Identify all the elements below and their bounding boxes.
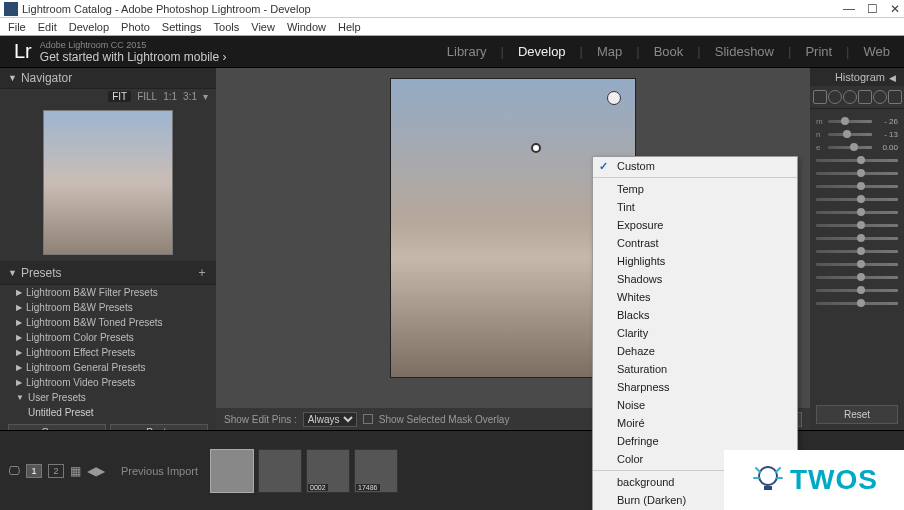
module-map[interactable]: Map [597, 44, 622, 59]
watermark-text: TWOS [790, 464, 878, 496]
preset-folder[interactable]: ▶Lightroom Effect Presets [0, 345, 216, 360]
menu-item[interactable]: Contrast [593, 234, 797, 252]
edit-pins-select[interactable]: Always [303, 412, 357, 427]
filmstrip-thumb[interactable]: 17486 [354, 449, 398, 493]
presets-header[interactable]: ▼ Presets ＋ [0, 261, 216, 285]
menu-item[interactable]: Whites [593, 288, 797, 306]
filmstrip-thumb[interactable]: 0002 [306, 449, 350, 493]
preset-folder[interactable]: ▶Lightroom B&W Presets [0, 300, 216, 315]
lightbulb-icon [750, 462, 786, 498]
paste-button[interactable]: Paste [110, 424, 208, 430]
add-preset-icon[interactable]: ＋ [196, 264, 208, 281]
menu-item[interactable]: Tint [593, 198, 797, 216]
slider[interactable] [816, 276, 898, 279]
module-print[interactable]: Print [805, 44, 832, 59]
preset-folder[interactable]: ▶Lightroom Video Presets [0, 375, 216, 390]
menu-item[interactable]: Highlights [593, 252, 797, 270]
filmstrip-thumb[interactable] [258, 449, 302, 493]
slider[interactable] [816, 237, 898, 240]
navigator-header[interactable]: ▼ Navigator [0, 68, 216, 89]
tint-value: - 13 [876, 130, 898, 139]
preset-folder-user[interactable]: ▼User Presets [0, 390, 216, 405]
copy-button[interactable]: Copy... [8, 424, 106, 430]
crop-tool-icon[interactable] [813, 90, 827, 104]
menu-file[interactable]: File [2, 21, 32, 33]
tint-slider[interactable] [828, 133, 872, 136]
nav-1to1[interactable]: 1:1 [163, 91, 177, 102]
redeye-tool-icon[interactable] [843, 90, 857, 104]
slider[interactable] [816, 198, 898, 201]
menu-item[interactable]: Temp [593, 180, 797, 198]
svg-point-0 [759, 467, 777, 485]
minimize-icon[interactable]: — [843, 2, 855, 16]
menu-item[interactable]: Shadows [593, 270, 797, 288]
slider[interactable] [816, 185, 898, 188]
menu-view[interactable]: View [245, 21, 281, 33]
menu-item[interactable]: Clarity [593, 324, 797, 342]
module-library[interactable]: Library [447, 44, 487, 59]
menu-item[interactable]: Sharpness [593, 378, 797, 396]
slider[interactable] [816, 289, 898, 292]
module-slideshow[interactable]: Slideshow [715, 44, 774, 59]
menu-develop[interactable]: Develop [63, 21, 115, 33]
nav-3to1[interactable]: 3:1 [183, 91, 197, 102]
preset-folder[interactable]: ▶Lightroom B&W Filter Presets [0, 285, 216, 300]
grad-tool-icon[interactable] [858, 90, 872, 104]
brush-tool-icon[interactable] [888, 90, 902, 104]
menu-item[interactable]: Blacks [593, 306, 797, 324]
temp-value: - 26 [876, 117, 898, 126]
second-monitor-icon[interactable]: 🖵 [8, 464, 20, 478]
radial-tool-icon[interactable] [873, 90, 887, 104]
preset-folder[interactable]: ▶Lightroom General Presets [0, 360, 216, 375]
navigator-preview[interactable] [43, 110, 173, 255]
menu-item[interactable]: Moiré [593, 414, 797, 432]
histogram-header[interactable]: Histogram◀ [810, 68, 904, 86]
menu-item[interactable]: Defringe [593, 432, 797, 450]
menu-item[interactable]: Saturation [593, 360, 797, 378]
grid-icon[interactable]: ▦ [70, 464, 81, 478]
module-develop[interactable]: Develop [518, 44, 566, 59]
slider[interactable] [816, 159, 898, 162]
menu-help[interactable]: Help [332, 21, 367, 33]
adjustment-pin-selected[interactable] [531, 143, 541, 153]
menu-item[interactable]: Dehaze [593, 342, 797, 360]
preset-folder[interactable]: ▶Lightroom Color Presets [0, 330, 216, 345]
menu-window[interactable]: Window [281, 21, 332, 33]
slider[interactable] [816, 211, 898, 214]
menu-item[interactable]: Exposure [593, 216, 797, 234]
exposure-slider[interactable] [828, 146, 872, 149]
preset-folder[interactable]: ▶Lightroom B&W Toned Presets [0, 315, 216, 330]
lr-logo: Lr [14, 40, 32, 63]
reset-button[interactable]: Reset [816, 405, 898, 424]
mask-overlay-checkbox[interactable] [363, 414, 373, 424]
nav-zoom-popup-icon[interactable]: ▾ [203, 91, 208, 102]
nav-fit[interactable]: FIT [108, 91, 131, 102]
menu-tools[interactable]: Tools [208, 21, 246, 33]
menu-item-custom[interactable]: Custom [593, 157, 797, 175]
close-icon[interactable]: ✕ [890, 2, 900, 16]
slider[interactable] [816, 224, 898, 227]
slider[interactable] [816, 302, 898, 305]
menu-settings[interactable]: Settings [156, 21, 208, 33]
preset-item[interactable]: Untitled Preset [0, 405, 216, 420]
menu-edit[interactable]: Edit [32, 21, 63, 33]
identity-tagline[interactable]: Get started with Lightroom mobile › [40, 50, 227, 64]
menu-photo[interactable]: Photo [115, 21, 156, 33]
temp-slider[interactable] [828, 120, 872, 123]
adjustment-pin[interactable] [607, 91, 621, 105]
filmstrip-thumb[interactable] [210, 449, 254, 493]
slider[interactable] [816, 172, 898, 175]
edit-pins-label: Show Edit Pins : [224, 414, 297, 425]
grid-view-1[interactable]: 1 [26, 464, 42, 478]
source-label[interactable]: Previous Import [121, 465, 198, 477]
menu-item[interactable]: Noise [593, 396, 797, 414]
maximize-icon[interactable]: ☐ [867, 2, 878, 16]
grid-view-2[interactable]: 2 [48, 464, 64, 478]
spot-tool-icon[interactable] [828, 90, 842, 104]
module-web[interactable]: Web [864, 44, 891, 59]
slider[interactable] [816, 250, 898, 253]
nav-back-icon[interactable]: ◀▶ [87, 464, 105, 478]
slider[interactable] [816, 263, 898, 266]
module-book[interactable]: Book [654, 44, 684, 59]
nav-fill[interactable]: FILL [137, 91, 157, 102]
